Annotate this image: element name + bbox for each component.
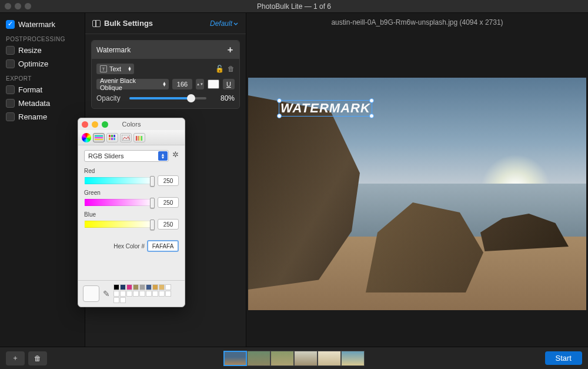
swatch[interactable] (146, 291, 152, 297)
font-select[interactable]: Avenir Black Oblique▲▼ (96, 79, 169, 89)
window-title: PhotoBulk Lite — 1 of 6 (0, 2, 588, 11)
blue-value[interactable]: 250 (158, 219, 179, 230)
sidebar-item-watermark[interactable]: Watermark (6, 19, 79, 32)
sidebar-icon[interactable] (92, 20, 101, 27)
color-wheel-tab[interactable] (82, 133, 91, 142)
thumbnail[interactable] (341, 351, 365, 366)
color-picker-panel[interactable]: Colors RGB Sliders ▲▼ ✲ Red 250 (78, 118, 185, 307)
panel-traffic-lights[interactable] (82, 121, 108, 128)
watermark-type-select[interactable]: T Text ▲▼ (96, 64, 134, 74)
text-icon: T (100, 65, 107, 72)
metadata-label: Metadata (18, 99, 50, 108)
thumbnail[interactable] (318, 351, 341, 366)
remove-image-button[interactable]: 🗑 (28, 351, 47, 365)
sidebar-item-resize[interactable]: Resize (6, 45, 79, 58)
svg-rect-3 (109, 135, 111, 137)
chevron-down-icon (233, 21, 239, 26)
watermark-overlay[interactable]: WATERMARK (279, 100, 372, 117)
color-picker-tabs[interactable] (78, 130, 185, 145)
blue-slider[interactable] (84, 221, 154, 228)
swatch[interactable] (133, 291, 139, 297)
red-label: Red (84, 168, 179, 174)
font-size-stepper[interactable]: ▲▼ (196, 79, 204, 89)
rename-checkbox[interactable] (6, 112, 15, 121)
preset-dropdown[interactable]: Default (210, 19, 239, 28)
svg-rect-13 (141, 136, 142, 141)
preview-canvas[interactable]: WATERMARK (248, 78, 586, 310)
swatch[interactable] (120, 284, 126, 290)
add-watermark-button[interactable]: ＋ (226, 44, 235, 55)
swatch[interactable] (165, 291, 171, 297)
resize-handle[interactable] (369, 114, 374, 118)
swatch[interactable] (159, 291, 165, 297)
thumbnail-strip (223, 351, 365, 366)
rename-label: Rename (18, 112, 47, 121)
resize-handle[interactable] (277, 98, 282, 103)
bottombar: ＋ 🗑 Start (0, 347, 588, 369)
gear-icon[interactable]: ✲ (172, 150, 179, 162)
hex-label: Hex Color # (113, 243, 145, 250)
thumbnail[interactable] (223, 351, 247, 366)
resize-checkbox[interactable] (6, 46, 15, 55)
svg-rect-8 (113, 138, 115, 140)
swatch[interactable] (113, 297, 119, 303)
hex-input[interactable]: FAFAFA (147, 240, 179, 252)
sliders-tab[interactable] (93, 133, 105, 142)
swatch[interactable] (133, 284, 139, 290)
resize-label: Resize (18, 46, 42, 55)
sidebar-item-rename[interactable]: Rename (6, 111, 79, 125)
green-value[interactable]: 250 (158, 197, 179, 208)
window-traffic-lights[interactable] (5, 3, 31, 9)
format-checkbox[interactable] (6, 85, 15, 94)
red-value[interactable]: 250 (158, 175, 179, 186)
green-slider[interactable] (84, 199, 154, 206)
lock-icon[interactable]: 🔓 (215, 65, 224, 73)
swatch[interactable] (139, 291, 145, 297)
opacity-slider[interactable] (129, 97, 206, 99)
sidebar-section-postprocessing: POSTPROCESSING (6, 32, 79, 45)
image-tab[interactable] (120, 133, 132, 142)
resize-handle[interactable] (277, 114, 282, 118)
settings-title: Bulk Settings (104, 19, 210, 28)
swatch[interactable] (165, 284, 171, 290)
resize-handle[interactable] (369, 98, 374, 103)
pencils-tab[interactable] (133, 133, 145, 142)
watermark-checkbox[interactable] (6, 20, 15, 29)
swatch[interactable] (126, 291, 132, 297)
swatch[interactable] (152, 291, 158, 297)
thumbnail[interactable] (270, 351, 294, 366)
svg-rect-7 (111, 138, 113, 140)
font-size-input[interactable]: 166 (172, 79, 192, 89)
swatch[interactable] (146, 284, 152, 290)
swatch[interactable] (152, 284, 158, 290)
thumbnail[interactable] (294, 351, 318, 366)
underline-button[interactable]: U (223, 79, 235, 89)
swatch[interactable] (113, 284, 119, 290)
watermark-label: Watermark (18, 20, 55, 29)
red-slider[interactable] (84, 177, 154, 184)
eyedropper-icon[interactable]: ✎ (103, 289, 110, 298)
swatch[interactable] (159, 284, 165, 290)
titlebar: PhotoBulk Lite — 1 of 6 (0, 0, 588, 13)
swatch[interactable] (120, 297, 126, 303)
color-mode-select[interactable]: RGB Sliders ▲▼ (84, 150, 169, 162)
swatch-grid[interactable] (113, 284, 177, 303)
sidebar-item-format[interactable]: Format (6, 84, 79, 98)
swatch[interactable] (113, 291, 119, 297)
sidebar-item-metadata[interactable]: Metadata (6, 98, 79, 111)
start-button[interactable]: Start (545, 351, 582, 365)
color-swatch[interactable] (208, 79, 219, 89)
svg-rect-12 (139, 136, 141, 141)
metadata-checkbox[interactable] (6, 99, 15, 108)
swatch[interactable] (120, 291, 126, 297)
trash-icon[interactable]: 🗑 (228, 65, 235, 73)
current-color-swatch[interactable] (83, 285, 99, 302)
swatch[interactable] (126, 284, 132, 290)
sidebar-item-optimize[interactable]: Optimize (6, 58, 79, 72)
swatch[interactable] (139, 284, 145, 290)
optimize-checkbox[interactable] (6, 59, 15, 68)
thumbnail[interactable] (247, 351, 270, 366)
svg-rect-0 (95, 135, 103, 137)
palettes-tab[interactable] (106, 133, 118, 142)
add-images-button[interactable]: ＋ (6, 351, 25, 365)
